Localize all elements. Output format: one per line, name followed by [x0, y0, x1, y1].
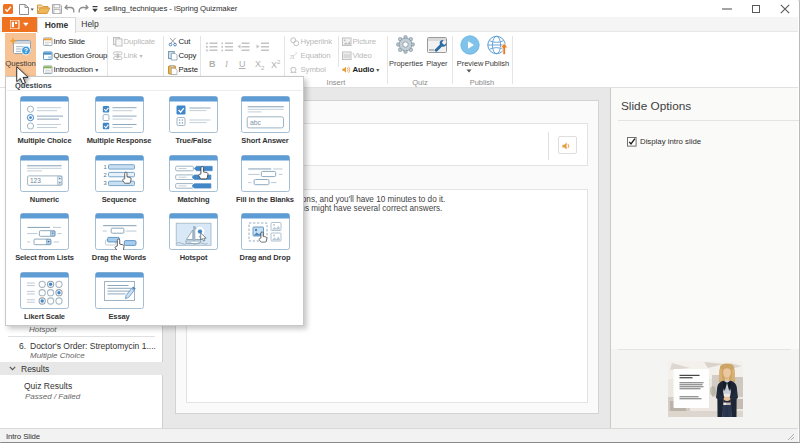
svg-text:?: ? [24, 47, 28, 54]
svg-text:1: 1 [103, 163, 106, 169]
svg-text:3: 3 [103, 180, 106, 186]
svg-text:2: 2 [103, 171, 106, 177]
svg-text:abc: abc [250, 119, 262, 126]
svg-text:123: 123 [30, 177, 41, 184]
